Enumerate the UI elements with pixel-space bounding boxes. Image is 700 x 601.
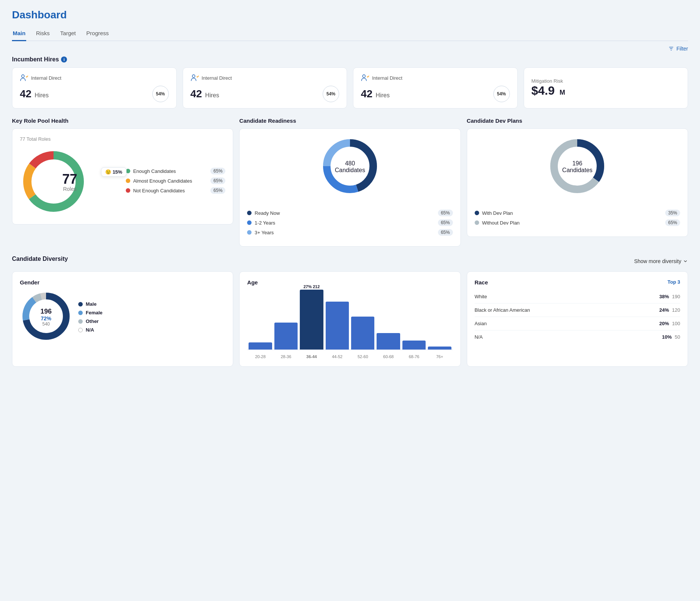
gender-legend-na: N/A xyxy=(78,327,103,333)
readiness-legend-0: Ready Now 65% xyxy=(247,210,453,216)
bar-4 xyxy=(351,317,374,350)
bar-2 xyxy=(300,290,323,350)
readiness-legend-2: 3+ Years 65% xyxy=(247,229,453,236)
race-table: White 38% 190 Black or African American … xyxy=(475,290,680,344)
krph-title: Key Role Pool Health xyxy=(12,118,233,124)
race-row-1: Black or African American 24% 120 xyxy=(475,303,680,317)
race-title: Race xyxy=(475,279,488,286)
tab-progress[interactable]: Progress xyxy=(86,27,110,41)
bar-group-6 xyxy=(402,341,426,350)
legend-dot-red xyxy=(126,188,130,193)
bar-0 xyxy=(249,342,272,350)
tab-risks[interactable]: Risks xyxy=(35,27,51,41)
bar-group-1 xyxy=(274,323,298,350)
bar-labels: 20-28 28-36 36-44 44-52 52-60 60-68 68-7… xyxy=(247,351,453,359)
hire-card-type-1: Internal Direct xyxy=(191,74,340,82)
diversity-header: Candidate Diversity Show more diversity xyxy=(12,256,688,267)
bar-3 xyxy=(326,302,349,350)
bar-tooltip-2: 27% 212 xyxy=(304,284,320,289)
hire-pct-2: 54% xyxy=(493,86,510,102)
show-more-diversity-button[interactable]: Show more diversity xyxy=(634,258,688,264)
bar-1 xyxy=(274,323,298,350)
hires-row: Internal Direct 42 Hires 54% Internal Di… xyxy=(12,67,688,109)
filter-icon xyxy=(668,46,674,52)
filter-label: Filter xyxy=(676,46,688,52)
bar-group-4 xyxy=(351,317,374,350)
mitigation-label: Mitigation Risk xyxy=(532,78,681,84)
race-row-2: Asian 20% 100 xyxy=(475,317,680,330)
legend-dot-yellow xyxy=(126,179,130,183)
bar-group-7 xyxy=(428,347,451,350)
bars-area: 27% 212 xyxy=(247,290,453,350)
bar-group-0 xyxy=(249,342,272,350)
readiness-legend-1: 1-2 Years 65% xyxy=(247,219,453,226)
tab-target[interactable]: Target xyxy=(60,27,77,41)
hire-card-1: Internal Direct 42 Hires 54% xyxy=(183,67,347,109)
krph-legend-0: Enough Candidates 65% xyxy=(126,168,226,174)
bar-6 xyxy=(402,341,426,350)
hire-card-0: Internal Direct 42 Hires 54% xyxy=(12,67,177,109)
tab-main[interactable]: Main xyxy=(12,27,26,41)
top3-button[interactable]: Top 3 xyxy=(667,279,680,286)
gender-panel: Gender 196 72% 540 xyxy=(12,271,233,367)
bar-group-5 xyxy=(377,333,400,350)
devplan-title: Candidate Dev Plans xyxy=(467,118,688,124)
svg-point-4 xyxy=(192,75,195,77)
hire-pct-1: 54% xyxy=(323,86,339,102)
gender-panel-title: Gender xyxy=(20,279,225,286)
person-icon-0 xyxy=(20,74,28,82)
race-panel: Race Top 3 White 38% 190 Black or Africa… xyxy=(467,271,688,367)
race-row-0: White 38% 190 xyxy=(475,290,680,303)
filter-row: Filter xyxy=(12,46,688,52)
page-title: Dashboard xyxy=(12,9,688,21)
readiness-panel: 480 Candidates Ready Now 65% 1-2 Years 6… xyxy=(239,128,460,247)
panel-readiness: Candidate Readiness 480 Candida xyxy=(239,118,460,247)
mitigation-card: Mitigation Risk $4.9 M xyxy=(524,67,688,109)
person-icon-1 xyxy=(191,74,199,82)
gender-legend-other: Other xyxy=(78,318,103,324)
panel-key-role: Key Role Pool Health 77 Total Roles xyxy=(12,118,233,247)
bar-group-3 xyxy=(326,302,349,350)
race-header: Race Top 3 xyxy=(475,279,680,286)
age-panel-title: Age xyxy=(247,279,453,286)
readiness-title: Candidate Readiness xyxy=(239,118,460,124)
tooltip-bubble: 😟 15% xyxy=(101,167,127,177)
devplan-legend-0: With Dev Plan 35% xyxy=(475,210,680,216)
bar-5 xyxy=(377,333,400,350)
hire-card-type-2: Internal Direct xyxy=(361,74,510,82)
mitigation-value: $4.9 M xyxy=(532,84,681,98)
hire-pct-0: 54% xyxy=(152,86,169,102)
svg-point-5 xyxy=(363,75,365,77)
krph-panel: 77 Total Roles xyxy=(12,128,233,225)
panel-dev-plans: Candidate Dev Plans 196 Candidates xyxy=(467,118,688,247)
tab-bar: Main Risks Target Progress xyxy=(12,27,688,41)
bar-group-2: 27% 212 xyxy=(300,284,323,350)
diversity-title: Candidate Diversity xyxy=(12,256,68,262)
age-panel: Age 27% 212 xyxy=(239,271,460,367)
hire-card-type-0: Internal Direct xyxy=(20,74,169,82)
filter-button[interactable]: Filter xyxy=(668,46,688,52)
devplan-panel: 196 Candidates With Dev Plan 35% Without… xyxy=(467,128,688,237)
krph-legend-1: Almost Enough Candidates 65% xyxy=(126,177,226,184)
krph-legend-2: Not Enough Candidates 65% xyxy=(126,187,226,194)
gender-legend-male: Male xyxy=(78,301,103,307)
svg-point-3 xyxy=(22,75,24,77)
gender-legend-female: Female xyxy=(78,310,103,315)
person-icon-2 xyxy=(361,74,369,82)
bar-7 xyxy=(428,347,451,350)
main-panels: Key Role Pool Health 77 Total Roles xyxy=(12,118,688,247)
race-row-3: N/A 10% 50 xyxy=(475,330,680,344)
info-icon: i xyxy=(61,57,67,62)
hire-card-2: Internal Direct 42 Hires 54% xyxy=(353,67,518,109)
total-roles-label: 77 Total Roles xyxy=(20,136,225,142)
incumbent-hires-title: Incumbent Hires i xyxy=(12,56,688,63)
devplan-legend-1: Without Dev Plan 65% xyxy=(475,219,680,226)
diversity-panels: Gender 196 72% 540 xyxy=(12,271,688,367)
chevron-down-icon xyxy=(683,259,688,264)
